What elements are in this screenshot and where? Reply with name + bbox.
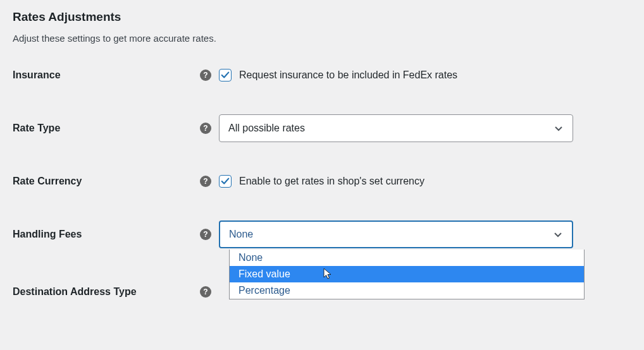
dropdown-option-none[interactable]: None xyxy=(230,250,584,266)
rate-type-selected: All possible rates xyxy=(228,123,305,134)
chevron-down-icon xyxy=(554,123,564,133)
insurance-label: Insurance xyxy=(13,69,200,81)
rate-currency-label: Rate Currency xyxy=(13,176,200,187)
insurance-row: Insurance ? Request insurance to be incl… xyxy=(13,69,631,81)
help-icon[interactable]: ? xyxy=(200,69,211,81)
rate-type-row: Rate Type ? All possible rates xyxy=(13,114,631,142)
handling-fees-selected: None xyxy=(229,229,253,240)
destination-address-type-label: Destination Address Type xyxy=(13,286,200,298)
handling-fees-dropdown: None Fixed value Percentage xyxy=(229,250,585,299)
help-icon[interactable]: ? xyxy=(200,229,211,240)
rate-currency-checkbox[interactable] xyxy=(219,175,232,188)
section-description: Adjust these settings to get more accura… xyxy=(13,33,631,44)
rate-currency-row: Rate Currency ? Enable to get rates in s… xyxy=(13,175,631,188)
insurance-checkbox-label: Request insurance to be included in FedE… xyxy=(239,69,457,81)
handling-fees-select[interactable]: None xyxy=(219,220,573,248)
dropdown-option-percentage[interactable]: Percentage xyxy=(230,282,584,299)
section-title: Rates Adjustments xyxy=(13,10,631,24)
handling-fees-label: Handling Fees xyxy=(13,229,200,240)
rate-type-label: Rate Type xyxy=(13,123,200,134)
help-icon[interactable]: ? xyxy=(200,123,211,134)
chevron-down-icon xyxy=(553,229,563,239)
rate-type-select[interactable]: All possible rates xyxy=(219,114,573,142)
help-icon[interactable]: ? xyxy=(200,176,211,187)
cursor-icon xyxy=(323,268,333,281)
dropdown-option-fixed-value[interactable]: Fixed value xyxy=(230,266,584,282)
insurance-checkbox[interactable] xyxy=(219,69,232,81)
help-icon[interactable]: ? xyxy=(200,286,211,298)
handling-fees-row: Handling Fees ? None None Fixed value Pe… xyxy=(13,220,631,248)
rate-currency-checkbox-label: Enable to get rates in shop's set curren… xyxy=(239,176,424,187)
